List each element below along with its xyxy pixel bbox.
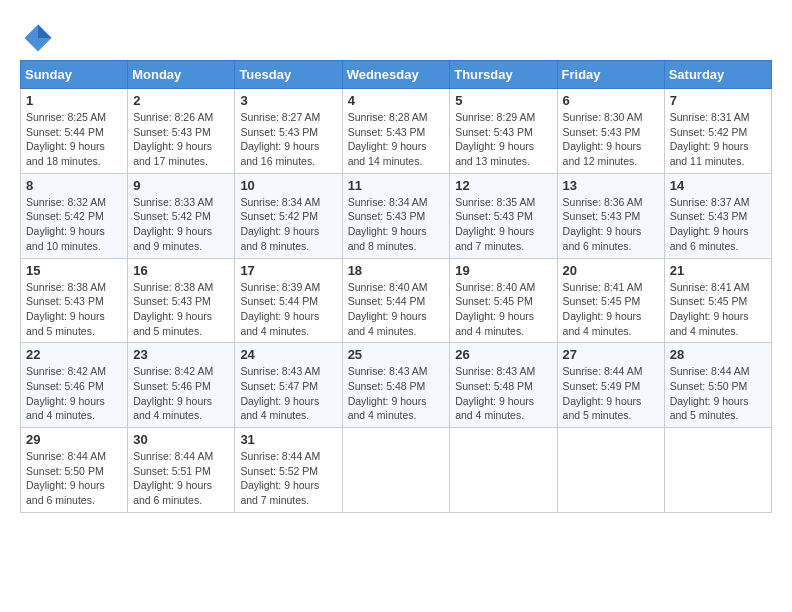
calendar-cell: 3 Sunrise: 8:27 AM Sunset: 5:43 PM Dayli… [235,89,342,174]
day-info: Sunrise: 8:42 AM Sunset: 5:46 PM Dayligh… [133,364,229,423]
day-number: 8 [26,178,122,193]
calendar-cell: 7 Sunrise: 8:31 AM Sunset: 5:42 PM Dayli… [664,89,771,174]
calendar-cell: 27 Sunrise: 8:44 AM Sunset: 5:49 PM Dayl… [557,343,664,428]
weekday-header-thursday: Thursday [450,61,557,89]
calendar-cell: 20 Sunrise: 8:41 AM Sunset: 5:45 PM Dayl… [557,258,664,343]
day-info: Sunrise: 8:41 AM Sunset: 5:45 PM Dayligh… [670,280,766,339]
calendar-cell: 16 Sunrise: 8:38 AM Sunset: 5:43 PM Dayl… [128,258,235,343]
day-info: Sunrise: 8:44 AM Sunset: 5:50 PM Dayligh… [670,364,766,423]
day-number: 5 [455,93,551,108]
day-info: Sunrise: 8:44 AM Sunset: 5:49 PM Dayligh… [563,364,659,423]
calendar-cell [450,428,557,513]
day-number: 20 [563,263,659,278]
calendar-cell: 15 Sunrise: 8:38 AM Sunset: 5:43 PM Dayl… [21,258,128,343]
calendar-cell: 13 Sunrise: 8:36 AM Sunset: 5:43 PM Dayl… [557,173,664,258]
day-number: 29 [26,432,122,447]
svg-marker-1 [38,25,52,39]
page-header [20,20,772,56]
logo-icon [20,20,56,56]
day-number: 7 [670,93,766,108]
calendar-cell [342,428,450,513]
day-info: Sunrise: 8:27 AM Sunset: 5:43 PM Dayligh… [240,110,336,169]
day-info: Sunrise: 8:32 AM Sunset: 5:42 PM Dayligh… [26,195,122,254]
day-number: 11 [348,178,445,193]
calendar-week-2: 8 Sunrise: 8:32 AM Sunset: 5:42 PM Dayli… [21,173,772,258]
day-number: 28 [670,347,766,362]
day-info: Sunrise: 8:33 AM Sunset: 5:42 PM Dayligh… [133,195,229,254]
day-info: Sunrise: 8:36 AM Sunset: 5:43 PM Dayligh… [563,195,659,254]
day-number: 13 [563,178,659,193]
day-number: 25 [348,347,445,362]
day-info: Sunrise: 8:28 AM Sunset: 5:43 PM Dayligh… [348,110,445,169]
calendar-cell: 25 Sunrise: 8:43 AM Sunset: 5:48 PM Dayl… [342,343,450,428]
day-number: 23 [133,347,229,362]
day-info: Sunrise: 8:43 AM Sunset: 5:48 PM Dayligh… [348,364,445,423]
calendar-table: SundayMondayTuesdayWednesdayThursdayFrid… [20,60,772,513]
calendar-cell: 2 Sunrise: 8:26 AM Sunset: 5:43 PM Dayli… [128,89,235,174]
weekday-header-sunday: Sunday [21,61,128,89]
day-number: 24 [240,347,336,362]
day-number: 15 [26,263,122,278]
day-info: Sunrise: 8:35 AM Sunset: 5:43 PM Dayligh… [455,195,551,254]
calendar-cell: 26 Sunrise: 8:43 AM Sunset: 5:48 PM Dayl… [450,343,557,428]
day-number: 17 [240,263,336,278]
day-info: Sunrise: 8:38 AM Sunset: 5:43 PM Dayligh… [133,280,229,339]
day-info: Sunrise: 8:31 AM Sunset: 5:42 PM Dayligh… [670,110,766,169]
calendar-cell: 4 Sunrise: 8:28 AM Sunset: 5:43 PM Dayli… [342,89,450,174]
calendar-cell: 24 Sunrise: 8:43 AM Sunset: 5:47 PM Dayl… [235,343,342,428]
calendar-cell: 22 Sunrise: 8:42 AM Sunset: 5:46 PM Dayl… [21,343,128,428]
day-number: 4 [348,93,445,108]
day-number: 21 [670,263,766,278]
day-number: 18 [348,263,445,278]
calendar-cell: 6 Sunrise: 8:30 AM Sunset: 5:43 PM Dayli… [557,89,664,174]
calendar-week-1: 1 Sunrise: 8:25 AM Sunset: 5:44 PM Dayli… [21,89,772,174]
day-info: Sunrise: 8:29 AM Sunset: 5:43 PM Dayligh… [455,110,551,169]
day-info: Sunrise: 8:26 AM Sunset: 5:43 PM Dayligh… [133,110,229,169]
calendar-cell: 19 Sunrise: 8:40 AM Sunset: 5:45 PM Dayl… [450,258,557,343]
day-info: Sunrise: 8:38 AM Sunset: 5:43 PM Dayligh… [26,280,122,339]
day-number: 27 [563,347,659,362]
calendar-cell: 18 Sunrise: 8:40 AM Sunset: 5:44 PM Dayl… [342,258,450,343]
weekday-header-monday: Monday [128,61,235,89]
day-info: Sunrise: 8:44 AM Sunset: 5:52 PM Dayligh… [240,449,336,508]
day-number: 31 [240,432,336,447]
day-number: 9 [133,178,229,193]
day-number: 30 [133,432,229,447]
calendar-cell [664,428,771,513]
calendar-cell: 11 Sunrise: 8:34 AM Sunset: 5:43 PM Dayl… [342,173,450,258]
day-info: Sunrise: 8:34 AM Sunset: 5:42 PM Dayligh… [240,195,336,254]
day-number: 10 [240,178,336,193]
day-info: Sunrise: 8:41 AM Sunset: 5:45 PM Dayligh… [563,280,659,339]
calendar-header-row: SundayMondayTuesdayWednesdayThursdayFrid… [21,61,772,89]
day-info: Sunrise: 8:43 AM Sunset: 5:47 PM Dayligh… [240,364,336,423]
calendar-cell: 10 Sunrise: 8:34 AM Sunset: 5:42 PM Dayl… [235,173,342,258]
day-number: 16 [133,263,229,278]
day-number: 2 [133,93,229,108]
day-number: 19 [455,263,551,278]
logo [20,20,62,56]
calendar-cell: 8 Sunrise: 8:32 AM Sunset: 5:42 PM Dayli… [21,173,128,258]
calendar-cell: 14 Sunrise: 8:37 AM Sunset: 5:43 PM Dayl… [664,173,771,258]
day-number: 3 [240,93,336,108]
calendar-cell: 31 Sunrise: 8:44 AM Sunset: 5:52 PM Dayl… [235,428,342,513]
day-number: 1 [26,93,122,108]
calendar-cell: 30 Sunrise: 8:44 AM Sunset: 5:51 PM Dayl… [128,428,235,513]
day-info: Sunrise: 8:44 AM Sunset: 5:50 PM Dayligh… [26,449,122,508]
weekday-header-saturday: Saturday [664,61,771,89]
calendar-cell: 29 Sunrise: 8:44 AM Sunset: 5:50 PM Dayl… [21,428,128,513]
day-number: 12 [455,178,551,193]
calendar-cell: 28 Sunrise: 8:44 AM Sunset: 5:50 PM Dayl… [664,343,771,428]
calendar-week-4: 22 Sunrise: 8:42 AM Sunset: 5:46 PM Dayl… [21,343,772,428]
calendar-cell: 1 Sunrise: 8:25 AM Sunset: 5:44 PM Dayli… [21,89,128,174]
day-number: 22 [26,347,122,362]
weekday-header-wednesday: Wednesday [342,61,450,89]
day-number: 14 [670,178,766,193]
calendar-cell: 12 Sunrise: 8:35 AM Sunset: 5:43 PM Dayl… [450,173,557,258]
day-info: Sunrise: 8:40 AM Sunset: 5:44 PM Dayligh… [348,280,445,339]
calendar-week-5: 29 Sunrise: 8:44 AM Sunset: 5:50 PM Dayl… [21,428,772,513]
calendar-cell: 9 Sunrise: 8:33 AM Sunset: 5:42 PM Dayli… [128,173,235,258]
day-info: Sunrise: 8:25 AM Sunset: 5:44 PM Dayligh… [26,110,122,169]
day-info: Sunrise: 8:40 AM Sunset: 5:45 PM Dayligh… [455,280,551,339]
day-info: Sunrise: 8:39 AM Sunset: 5:44 PM Dayligh… [240,280,336,339]
day-number: 26 [455,347,551,362]
